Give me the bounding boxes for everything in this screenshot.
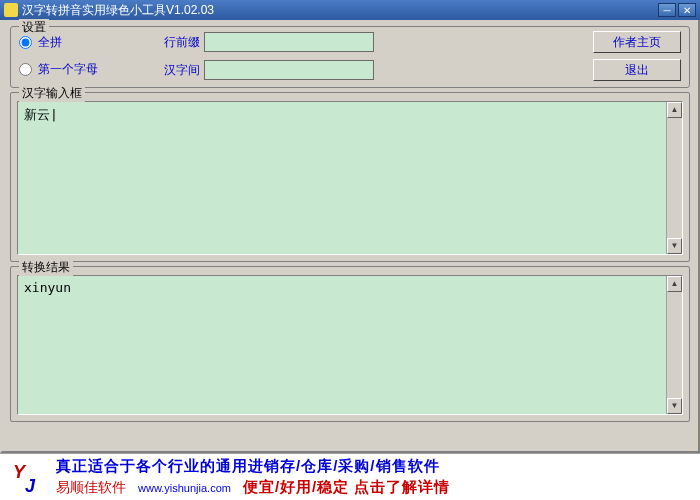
scroll-track[interactable] xyxy=(667,118,682,238)
input-group: 汉字输入框 ▲ ▼ xyxy=(10,92,690,262)
window-body: 设置 全拼 第一个字母 行前缀 汉字间 作者主页 退出 xyxy=(0,20,700,453)
minimize-button[interactable]: ─ xyxy=(658,3,676,17)
spacing-input[interactable] xyxy=(204,60,374,80)
footer-slogan: 便宜/好用/稳定 点击了解详情 xyxy=(243,478,451,497)
result-textarea[interactable] xyxy=(18,276,666,414)
scroll-track[interactable] xyxy=(667,292,682,398)
radio-full-label: 全拼 xyxy=(38,34,62,51)
radio-first-input[interactable] xyxy=(19,63,32,76)
result-group: 转换结果 ▲ ▼ xyxy=(10,266,690,422)
prefix-label: 行前缀 xyxy=(148,34,200,51)
footer-brand: 易顺佳软件 xyxy=(56,479,126,497)
result-scrollbar[interactable]: ▲ ▼ xyxy=(666,276,682,414)
window-title: 汉字转拼音实用绿色小工具V1.02.03 xyxy=(22,2,658,19)
app-icon xyxy=(4,3,18,17)
exit-button[interactable]: 退出 xyxy=(593,59,681,81)
scroll-up-icon[interactable]: ▲ xyxy=(667,276,682,292)
footer-ad[interactable]: Y J 真正适合于各个行业的通用进销存/仓库/采购/销售软件 易顺佳软件 www… xyxy=(0,453,700,500)
input-legend: 汉字输入框 xyxy=(19,85,85,102)
footer-url: www.yishunjia.com xyxy=(138,482,231,494)
radio-first-label: 第一个字母 xyxy=(38,61,98,78)
scroll-up-icon[interactable]: ▲ xyxy=(667,102,682,118)
hanzi-input-textarea[interactable] xyxy=(18,102,666,254)
scroll-down-icon[interactable]: ▼ xyxy=(667,398,682,414)
result-legend: 转换结果 xyxy=(19,259,73,276)
radio-first-letter[interactable]: 第一个字母 xyxy=(19,61,98,78)
radio-full-input[interactable] xyxy=(19,36,32,49)
radio-full-pinyin[interactable]: 全拼 xyxy=(19,34,98,51)
settings-legend: 设置 xyxy=(19,19,49,36)
titlebar: 汉字转拼音实用绿色小工具V1.02.03 ─ ✕ xyxy=(0,0,700,20)
svg-text:J: J xyxy=(25,476,36,496)
footer-logo-icon: Y J xyxy=(6,457,48,497)
footer-tagline: 真正适合于各个行业的通用进销存/仓库/采购/销售软件 xyxy=(56,457,450,476)
input-scrollbar[interactable]: ▲ ▼ xyxy=(666,102,682,254)
homepage-button[interactable]: 作者主页 xyxy=(593,31,681,53)
close-button[interactable]: ✕ xyxy=(678,3,696,17)
prefix-input[interactable] xyxy=(204,32,374,52)
settings-group: 设置 全拼 第一个字母 行前缀 汉字间 作者主页 退出 xyxy=(10,26,690,88)
scroll-down-icon[interactable]: ▼ xyxy=(667,238,682,254)
spacing-label: 汉字间 xyxy=(148,62,200,79)
